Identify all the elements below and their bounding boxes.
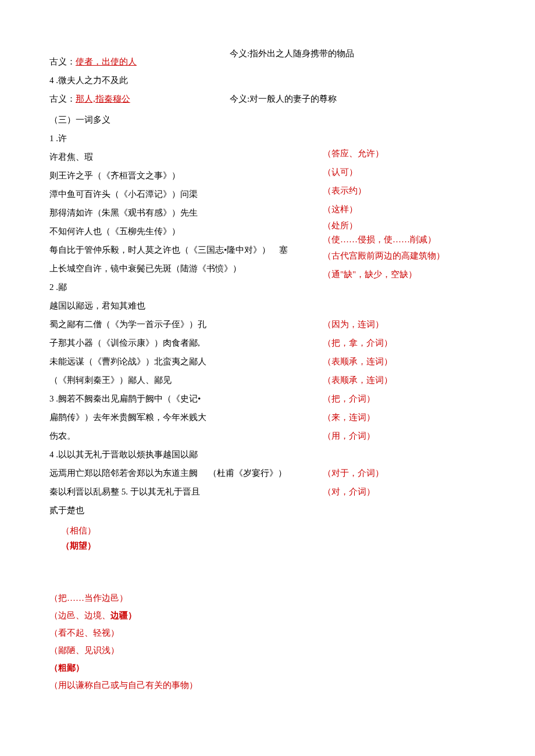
lower-9: （用以谦称自己或与自己有关的事物） (49, 676, 486, 694)
bi-left-9: 秦以利晋以乱易整 5. 于以其无礼于晋且 (49, 482, 270, 501)
lower-8: （粗鄙） (49, 659, 486, 676)
bi-left-5: 扁鹊传》）去年米贵阙军粮，今年米贱大 (49, 408, 270, 427)
bi-line-1: 越国以鄙远，君知其难也 (49, 296, 486, 315)
xu-right-5: （使……侵损，使……削减） (323, 232, 445, 246)
xu-right-1: （认可） (323, 163, 445, 181)
bi-right-0: （因为，连词） (323, 315, 393, 334)
xu-left-4: 不知何许人也（《五柳先生传》） (49, 222, 282, 241)
bi-left-10: 贰于楚也 (49, 501, 270, 519)
bi-left-2: 未能远谋（《曹刿论战》）北蛮夷之鄙人 (49, 352, 270, 371)
lower-6: （看不起、轻视） (49, 624, 486, 642)
xu-right-3: （这样） (323, 200, 445, 218)
bi-right-1: （把，拿，介词） (323, 334, 393, 352)
lower-4: （把……当作边邑） (49, 589, 486, 607)
lower-1: （期望） (49, 537, 486, 554)
xu-left-1: 则王许之乎（《齐桓晋文之事》） (49, 166, 282, 185)
bi-right-3: （表顺承，连词） (323, 371, 393, 389)
bi-left-4: 3 .阙若不阙秦出见扁鹊于阙中（《史记• (49, 389, 270, 408)
xu-right-7: （通"缺"，缺少，空缺） (323, 265, 445, 284)
ancient-meaning-text-2: 那人,指秦穆公 (76, 94, 130, 103)
bi-left-8-text: 远焉用亡郑以陪邻若舍郑以为东道主阙 (49, 468, 198, 478)
lower-5b: 边疆） (110, 611, 137, 620)
xu-left-5: 每自比于管仲乐毅，时人莫之许也（《三国志•隆中对》） 塞 (49, 241, 282, 259)
modern-meaning-2: 今义:对一般人的妻子的尊称 (230, 89, 337, 108)
xu-left-0: 许君焦、瑕 (49, 148, 282, 166)
bi-mid-cite: （杜甫《岁宴行》） (208, 468, 287, 478)
bi-right-9: （对，介词） (323, 482, 393, 501)
bi-right-8: （对于，介词） (323, 464, 393, 482)
xu-right-4: （处所） (323, 218, 445, 232)
bi-right-5: （来，连词） (323, 408, 393, 427)
modern-meaning-1: 今义:指外出之人随身携带的物品 (230, 44, 354, 63)
lower-0: （相信） (49, 524, 486, 537)
bi-left-7: 4 .以以其无礼于晋敢以烦执事越国以鄙 (49, 445, 270, 464)
section-3-heading: （三）一词多义 (49, 110, 486, 129)
lower-5a: （边邑、边境、 (49, 611, 110, 620)
xu-left-3: 那得清如许（朱黑《观书有感》）先生 (49, 203, 282, 222)
bi-right-6: （用，介词） (323, 427, 393, 445)
bi-left-3: （《荆轲刺秦王》）鄙人、鄙见 (49, 371, 270, 389)
xu-right-2: （表示约） (323, 181, 445, 200)
lower-blank-1 (49, 554, 486, 572)
bi-left-0: 蜀之鄙有二僧（《为学一首示子侄》）孔 (49, 315, 270, 334)
bi-right-4: （把，介词） (323, 389, 393, 408)
lower-5: （边邑、边境、边疆） (49, 607, 486, 624)
xu-left-6: 上长城空自许，镜中衰鬓已先斑（陆游《书愤》） (49, 259, 282, 278)
bi-left-1: 子那其小器（《训俭示康》）肉食者鄙, (49, 334, 270, 352)
lower-7: （鄙陋、见识浅） (49, 642, 486, 659)
xu-right-0: （答应、允许） (323, 144, 445, 163)
ancient-meaning-text-1: 使者，出使的人 (76, 57, 137, 66)
bi-right-2: （表顺承，连词） (323, 352, 393, 371)
item-4-heading: 4 .微夫人之力不及此 (49, 71, 486, 89)
lower-blank-2 (49, 572, 486, 589)
label-ancient: 古义： (49, 57, 76, 66)
bi-left-8: 远焉用亡郑以陪邻若舍郑以为东道主阙 （杜甫《岁宴行》） (49, 464, 270, 482)
xu-right-6: （古代宫殿前两边的高建筑物） (323, 246, 445, 265)
bi-left-6: 伤农。 (49, 427, 270, 445)
xu-left-2: 潭中鱼可百许头（《小石潭记》）问渠 (49, 185, 282, 203)
label-ancient-2: 古义： (49, 94, 76, 103)
bi-right-blank (323, 445, 393, 464)
